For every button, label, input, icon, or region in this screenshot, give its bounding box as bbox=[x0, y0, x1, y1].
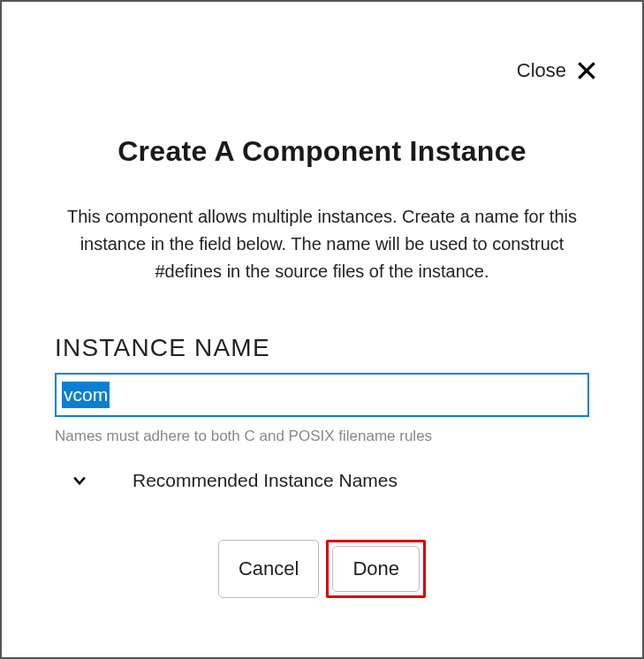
instance-name-hint: Names must adhere to both C and POSIX fi… bbox=[55, 428, 589, 445]
close-icon bbox=[575, 59, 598, 82]
instance-name-value: vcom bbox=[62, 382, 110, 407]
instance-name-input[interactable] bbox=[110, 381, 582, 409]
cancel-button[interactable]: Cancel bbox=[218, 540, 319, 598]
close-label: Close bbox=[517, 59, 566, 82]
recommended-names-expander[interactable]: Recommended Instance Names bbox=[55, 470, 589, 491]
dialog-description: This component allows multiple instances… bbox=[55, 203, 589, 285]
done-button-highlight: Done bbox=[326, 540, 426, 598]
close-button[interactable]: Close bbox=[55, 59, 598, 82]
dialog-buttons: Cancel Done bbox=[55, 540, 589, 598]
done-button[interactable]: Done bbox=[332, 546, 420, 592]
instance-name-input-wrapper[interactable]: vcom bbox=[55, 373, 589, 417]
chevron-down-icon bbox=[71, 472, 88, 489]
instance-name-label: INSTANCE NAME bbox=[55, 334, 589, 362]
dialog-title: Create A Component Instance bbox=[55, 135, 589, 168]
recommended-names-label: Recommended Instance Names bbox=[133, 470, 398, 491]
